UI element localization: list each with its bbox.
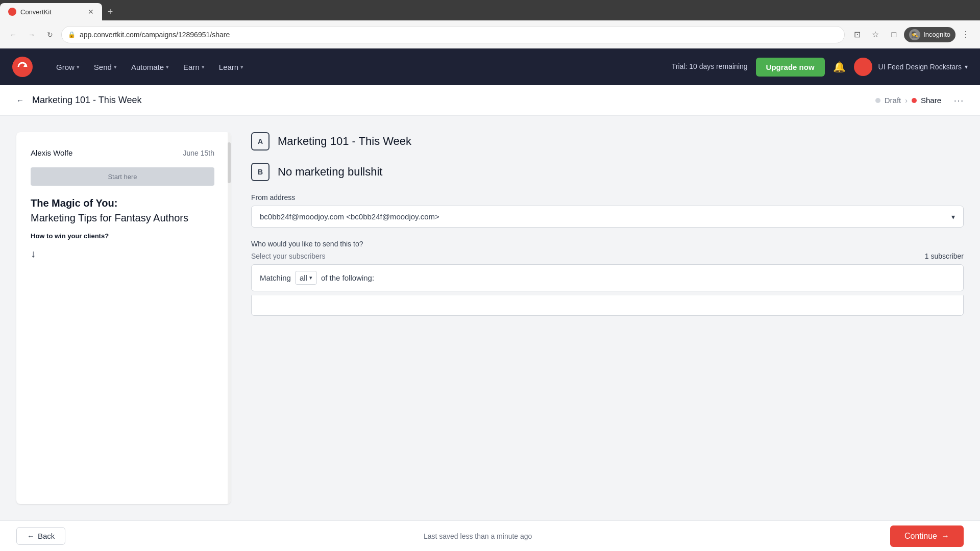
scroll-down-arrow-icon: ↓ [31, 248, 214, 260]
browser-menu-button[interactable]: ⋮ [958, 27, 974, 43]
back-to-campaigns-button[interactable]: ← [16, 96, 24, 105]
share-status-label: Share [921, 96, 941, 105]
continue-button-label: Continue [904, 532, 937, 541]
subject-a-badge: A [251, 132, 270, 151]
nav-send-chevron: ▾ [114, 64, 117, 70]
nav-automate[interactable]: Automate ▾ [124, 59, 176, 76]
last-saved-text: Last saved less than a minute ago [424, 532, 532, 540]
nav-automate-chevron: ▾ [166, 64, 169, 70]
subscribers-question-label: Who would you like to send this to? [251, 240, 363, 248]
matching-value: all [300, 273, 307, 282]
email-cta-bar: Start here [31, 167, 214, 186]
tab-title: ConvertKit [20, 8, 52, 16]
avatar[interactable] [854, 58, 872, 76]
lock-icon: 🔒 [68, 31, 76, 38]
cast-icon[interactable]: ⊡ [849, 27, 865, 43]
browser-tab-bar: ConvertKit ✕ + [0, 0, 980, 20]
continue-arrow-icon: → [941, 532, 949, 541]
user-menu-chevron-icon[interactable]: ▾ [965, 63, 968, 70]
nav-learn-label: Learn [219, 63, 238, 71]
from-address-value: bc0bb24f@moodjoy.com <bc0bb24f@moodjoy.c… [260, 212, 439, 221]
subject-a-row: A Marketing 101 - This Week [251, 132, 964, 151]
matching-suffix: of the following: [321, 273, 374, 282]
nav-grow-chevron: ▾ [77, 64, 80, 70]
notifications-bell-icon[interactable]: 🔔 [833, 61, 846, 73]
profile-icon[interactable]: □ [886, 27, 902, 43]
browser-tab[interactable]: ConvertKit ✕ [0, 3, 102, 20]
new-tab-button[interactable]: + [102, 3, 118, 20]
matching-criteria-container [251, 295, 964, 316]
status-arrow-icon: › [905, 96, 908, 105]
app-logo[interactable] [12, 57, 33, 77]
forward-navigation-button[interactable]: → [24, 28, 39, 42]
subscribers-section: Who would you like to send this to? Sele… [251, 240, 964, 316]
nav-grow[interactable]: Grow ▾ [49, 59, 87, 76]
share-configuration-panel: A Marketing 101 - This Week B No marketi… [251, 132, 964, 504]
convertkit-logo-icon [12, 57, 33, 77]
subscribers-subheader: Select your subscribers 1 subscriber [251, 252, 964, 260]
refresh-button[interactable]: ↻ [43, 28, 57, 42]
nav-earn[interactable]: Earn ▾ [176, 59, 212, 76]
select-subscribers-label: Select your subscribers [251, 252, 326, 260]
scrollbar-thumb [228, 142, 231, 183]
continue-button[interactable]: Continue → [890, 525, 964, 547]
email-sender: Alexis Wolfe [31, 148, 72, 157]
svg-point-0 [10, 9, 15, 14]
nav-earn-label: Earn [183, 63, 200, 71]
back-arrow-icon: ← [16, 96, 24, 105]
email-preview-inner: Alexis Wolfe June 15th Start here The Ma… [16, 132, 231, 276]
back-button-label: Back [38, 532, 55, 540]
from-address-chevron-icon: ▾ [951, 213, 955, 221]
subject-b-row: B No marketing bullshit [251, 163, 964, 181]
draft-status-label: Draft [885, 96, 901, 105]
matching-chevron-icon: ▾ [309, 274, 312, 281]
user-name-label: UI Feed Design Rockstars [878, 63, 962, 71]
subscribers-count-badge: 1 subscriber [925, 252, 964, 260]
nav-learn[interactable]: Learn ▾ [212, 59, 251, 76]
email-question: How to win your clients? [31, 232, 214, 240]
subject-b-text: No marketing bullshit [278, 165, 382, 179]
subject-b-badge: B [251, 163, 270, 181]
incognito-label: Incognito [923, 31, 950, 38]
app-header: Grow ▾ Send ▾ Automate ▾ Earn ▾ Learn ▾ … [0, 48, 980, 85]
back-navigation-button[interactable]: ← [6, 28, 20, 42]
email-subtitle: Marketing Tips for Fantasy Authors [31, 212, 214, 224]
matching-row: Matching all ▾ of the following: [251, 264, 964, 291]
incognito-indicator: 🕵 Incognito [904, 27, 955, 42]
nav-grow-label: Grow [56, 63, 75, 71]
address-bar[interactable]: 🔒 app.convertkit.com/campaigns/12896951/… [61, 26, 845, 43]
email-title: The Magic of You: [31, 196, 214, 210]
browser-controls: ← → ↻ 🔒 app.convertkit.com/campaigns/128… [0, 20, 980, 48]
upgrade-button[interactable]: Upgrade now [756, 58, 825, 77]
page-title: Marketing 101 - This Week [32, 95, 875, 106]
email-cta-text: Start here [108, 173, 137, 181]
svg-point-1 [12, 57, 33, 77]
main-content: Alexis Wolfe June 15th Start here The Ma… [0, 116, 980, 520]
matching-criteria-select[interactable]: all ▾ [295, 271, 317, 285]
nav-learn-chevron: ▾ [240, 64, 243, 70]
tab-close-button[interactable]: ✕ [88, 8, 94, 16]
incognito-avatar-icon: 🕵 [909, 29, 920, 40]
subscribers-header: Who would you like to send this to? [251, 240, 964, 248]
email-preview-panel: Alexis Wolfe June 15th Start here The Ma… [16, 132, 231, 504]
nav-send-label: Send [94, 63, 112, 71]
email-date: June 15th [183, 149, 215, 157]
more-options-button[interactable]: ⋯ [953, 94, 964, 107]
convertkit-favicon [8, 8, 16, 16]
matching-label: Matching [260, 273, 291, 282]
share-status-dot [912, 98, 917, 103]
nav-send[interactable]: Send ▾ [87, 59, 124, 76]
browser-action-buttons: ⊡ ☆ □ 🕵 Incognito ⋮ [849, 27, 974, 43]
subject-a-text: Marketing 101 - This Week [278, 135, 411, 148]
browser-chrome: ConvertKit ✕ + ← → ↻ 🔒 app.convertkit.co… [0, 0, 980, 48]
from-address-section: From address bc0bb24f@moodjoy.com <bc0bb… [251, 193, 964, 228]
scrollbar[interactable] [228, 132, 231, 504]
back-button[interactable]: ← Back [16, 527, 65, 545]
bookmark-icon[interactable]: ☆ [867, 27, 884, 43]
nav-earn-chevron: ▾ [202, 64, 205, 70]
page-header: ← Marketing 101 - This Week Draft › Shar… [0, 85, 980, 116]
url-text: app.convertkit.com/campaigns/12896951/sh… [80, 31, 230, 39]
from-address-select[interactable]: bc0bb24f@moodjoy.com <bc0bb24f@moodjoy.c… [251, 206, 964, 228]
trial-text: Trial: 10 days remaining [672, 62, 748, 70]
upgrade-label: Upgrade now [766, 63, 815, 71]
